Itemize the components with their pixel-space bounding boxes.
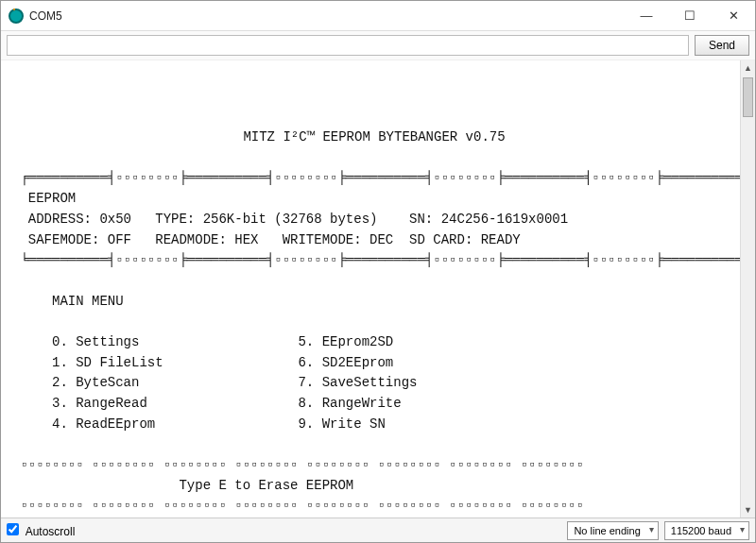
minimize-button[interactable]: — bbox=[625, 2, 668, 30]
menu-row: 1. SD FileList 6. SD2EEprom bbox=[12, 355, 393, 370]
menu-row: 0. Settings 5. EEprom2SD bbox=[12, 334, 393, 349]
menu-row: 2. ByteScan 7. SaveSettings bbox=[12, 375, 417, 390]
menu-header: MAIN MENU bbox=[12, 294, 124, 309]
close-button[interactable]: ✕ bbox=[712, 2, 755, 30]
scroll-thumb[interactable] bbox=[743, 77, 753, 117]
rule: ╒══════════╡▫▫▫▫▫▫▫▫╞══════════╡▫▫▫▫▫▫▫▫… bbox=[12, 170, 740, 185]
line bbox=[12, 273, 20, 288]
eeprom-mode-line: SAFEMODE: OFF READMODE: HEX WRITEMODE: D… bbox=[12, 232, 521, 247]
line bbox=[12, 436, 20, 451]
eeprom-header: EEPROM bbox=[12, 191, 76, 206]
erase-hint: Type E to Erase EEPROM bbox=[12, 478, 353, 493]
maximize-button[interactable]: ☐ bbox=[668, 2, 712, 30]
line-ending-select[interactable]: No line ending bbox=[567, 521, 658, 540]
menu-row: 4. ReadEEprom 9. Write SN bbox=[12, 416, 386, 432]
titlebar: COM5 — ☐ ✕ bbox=[1, 1, 755, 31]
send-button[interactable]: Send bbox=[695, 35, 749, 56]
menu-row: 3. RangeRead 8. RangeWrite bbox=[12, 396, 402, 411]
app-title: MITZ I²C™ EEPROM BYTEBANGER v0.75 bbox=[12, 127, 736, 148]
scroll-down-icon[interactable]: ▼ bbox=[741, 502, 755, 518]
serial-monitor-window: COM5 — ☐ ✕ Send MITZ I²C™ EEPROM BYTEBAN… bbox=[0, 0, 756, 543]
rule: ╘══════════╡▫▫▫▫▫▫▫▫╞══════════╡▫▫▫▫▫▫▫▫… bbox=[12, 252, 740, 267]
autoscroll-checkbox[interactable] bbox=[7, 523, 19, 535]
autoscroll-label: Autoscroll bbox=[26, 525, 76, 538]
baud-select[interactable]: 115200 baud bbox=[664, 521, 749, 540]
line bbox=[12, 109, 20, 124]
eeprom-address-line: ADDRESS: 0x50 TYPE: 256K-bit (32768 byte… bbox=[12, 212, 568, 227]
line bbox=[12, 89, 20, 104]
window-title: COM5 bbox=[29, 9, 62, 23]
console-area: MITZ I²C™ EEPROM BYTEBANGER v0.75 ╒═════… bbox=[1, 60, 755, 518]
line bbox=[12, 314, 20, 329]
rule: ▫▫▫▫▫▫▫▫ ▫▫▫▫▫▫▫▫ ▫▫▫▫▫▫▫▫ ▫▫▫▫▫▫▫▫ ▫▫▫▫… bbox=[12, 457, 584, 472]
statusbar: Autoscroll No line ending 115200 baud bbox=[1, 518, 755, 542]
arduino-icon bbox=[9, 8, 24, 24]
rule: ▫▫▫▫▫▫▫▫ ▫▫▫▫▫▫▫▫ ▫▫▫▫▫▫▫▫ ▫▫▫▫▫▫▫▫ ▫▫▫▫… bbox=[12, 498, 584, 513]
toolbar: Send bbox=[1, 31, 755, 60]
scroll-up-icon[interactable]: ▲ bbox=[741, 60, 755, 76]
serial-output: MITZ I²C™ EEPROM BYTEBANGER v0.75 ╒═════… bbox=[1, 60, 740, 518]
scrollbar[interactable]: ▲ ▼ bbox=[740, 60, 755, 518]
serial-input[interactable] bbox=[7, 35, 689, 56]
autoscroll-checkbox-wrap[interactable]: Autoscroll bbox=[7, 523, 75, 538]
